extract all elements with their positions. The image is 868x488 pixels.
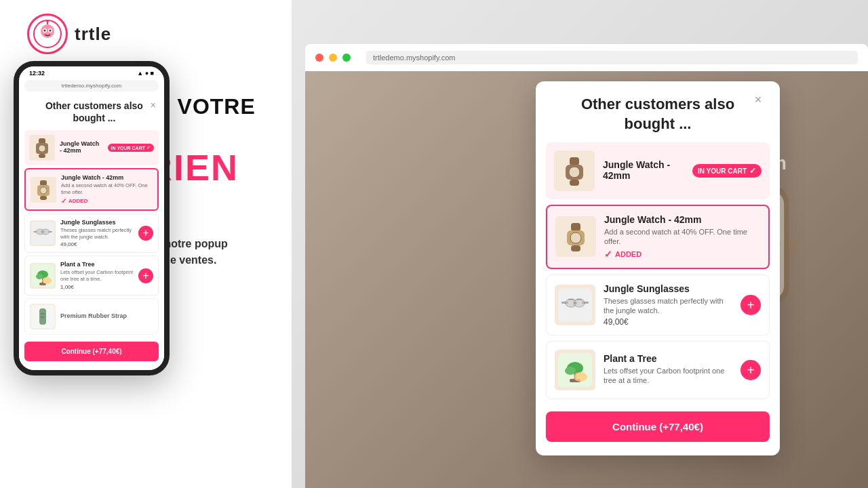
item-1-image (554, 150, 595, 191)
item-4-add-button[interactable]: + (741, 360, 761, 380)
svg-point-7 (46, 20, 49, 22)
phone-item-2-content: Jungle Watch - 42mm Add a second watch a… (61, 174, 153, 205)
item-3-price: 49,00€ (604, 317, 732, 327)
phone-item-2: Jungle Watch - 42mm Add a second watch a… (24, 168, 159, 211)
svg-rect-74 (41, 317, 45, 318)
phone-item-2-desc: Add a second watch at 40% OFF. One time … (61, 182, 153, 196)
desktop-popup[interactable]: Other customers also bought ... × Jungle… (536, 81, 780, 455)
popup-item-2: Jungle Watch - 42mm Add a second watch a… (546, 205, 770, 269)
item-4-content: Plant a Tree Lets offset your Carbon foo… (604, 353, 732, 388)
item-3-content: Jungle Sunglasses Theses glasses match p… (604, 283, 732, 327)
phone-status-bar: 12:32 ▲ ● ■ (19, 66, 164, 79)
browser-chrome: trtledemo.myshopify.com (305, 44, 868, 71)
added-badge: ✓ ADDED (604, 249, 760, 260)
item-2-title: Jungle Watch - 42mm (604, 214, 760, 225)
browser-url: trtledemo.myshopify.com (366, 51, 858, 64)
phone-item-3-add-button[interactable]: + (138, 226, 153, 241)
phone-item-5-image (30, 304, 56, 329)
svg-rect-73 (41, 313, 45, 314)
phone-url-bar: trtledemo.myshopify.com (24, 80, 159, 92)
item-3-image (555, 285, 595, 325)
item-2-desc: Add a second watch at 40% OFF. One time … (604, 227, 760, 247)
in-cart-badge: IN YOUR CART ✓ (692, 164, 762, 178)
phone-added-badge: ✓ ADDED (61, 197, 153, 205)
browser-dot-red (315, 54, 323, 62)
phone-item-4-price: 1,00€ (60, 284, 134, 290)
item-3-add-button[interactable]: + (741, 295, 761, 315)
svg-rect-26 (570, 157, 579, 165)
phone-time: 12:32 (29, 70, 45, 77)
svg-point-67 (36, 274, 43, 279)
svg-point-5 (50, 30, 52, 32)
phone-item-5: Premium Rubber Strap (24, 298, 159, 335)
svg-rect-53 (39, 154, 45, 158)
phone-item-2-image (31, 177, 56, 203)
item-3-title: Jungle Sunglasses (604, 283, 732, 294)
phone-item-3-title: Jungle Sunglasses (60, 219, 134, 226)
browser-dot-green (342, 54, 351, 62)
phone-item-4: Plant a Tree Lets offset your Carbon foo… (24, 256, 159, 296)
phone-in-cart-badge: IN YOUR CART ✓ (108, 144, 154, 152)
svg-rect-34 (571, 245, 580, 251)
phone-item-4-desc: Lets offset your Carbon footprint one tr… (60, 269, 134, 283)
phone-item-1-title: Jungle Watch - 42mm (60, 140, 103, 154)
right-area: trtledemo.myshopify.com (292, 0, 868, 488)
svg-rect-50 (39, 138, 45, 144)
svg-point-70 (42, 277, 52, 284)
item-2-content: Jungle Watch - 42mm Add a second watch a… (604, 214, 760, 260)
phone-item-3: Jungle Sunglasses Theses glasses match p… (24, 214, 159, 253)
phone-item-4-image (30, 263, 56, 289)
phone-item-1-image (29, 135, 55, 161)
popup-item-1: Jungle Watch - 42mm IN YOUR CART ✓ (546, 142, 770, 199)
svg-rect-31 (571, 223, 580, 231)
phone-item-4-title: Plant a Tree (60, 261, 134, 268)
popup-close-button[interactable]: × (750, 92, 766, 108)
popup-title: Other customers also bought ... (566, 95, 750, 134)
phone-close-button[interactable]: × (151, 100, 156, 110)
svg-point-52 (39, 145, 45, 152)
item-2-image (555, 216, 596, 257)
phone-continue-button[interactable]: Continue (+77,40€) (24, 342, 159, 361)
phone-item-1-content: Jungle Watch - 42mm (60, 140, 103, 155)
phone-item-5-content: Premium Rubber Strap (60, 312, 153, 321)
phone-popup-title: Other customers also bought ... (38, 100, 151, 124)
item-3-desc: Theses glasses match perfectly with the … (604, 296, 732, 316)
svg-point-28 (569, 167, 580, 178)
browser-dot-yellow (329, 54, 337, 62)
svg-point-4 (44, 30, 46, 32)
item-4-title: Plant a Tree (604, 353, 732, 364)
popup-item-3: Jungle Sunglasses Theses glasses match p… (546, 274, 770, 336)
phone-item-4-content: Plant a Tree Lets offset your Carbon foo… (60, 261, 134, 290)
phone-icons: ▲ ● ■ (137, 70, 154, 77)
phone-mockup: 12:32 ▲ ● ■ trtledemo.myshopify.com Othe… (14, 61, 170, 375)
svg-point-48 (574, 372, 587, 382)
item-1-title: Jungle Watch - 42mm (603, 159, 684, 181)
phone-popup-header: Other customers also bought ... × (19, 93, 164, 127)
phone-item-2-title: Jungle Watch - 42mm (61, 174, 153, 181)
desktop-continue-button[interactable]: Continue (+77,40€) (546, 411, 770, 442)
phone-popup: Other customers also bought ... × Jungle… (19, 93, 164, 370)
svg-point-57 (40, 187, 47, 194)
logo-area: trtle (27, 14, 271, 54)
phone-item-1: Jungle Watch - 42mm IN YOUR CART ✓ (24, 130, 159, 165)
logo-icon (27, 14, 68, 54)
popup-item-4: Plant a Tree Lets offset your Carbon foo… (546, 341, 770, 399)
phone-item-3-price: 49,00€ (60, 241, 134, 247)
item-1-content: Jungle Watch - 42mm (603, 159, 684, 183)
phone-item-5-title: Premium Rubber Strap (60, 312, 153, 319)
item-4-desc: Lets offset your Carbon footprint one tr… (604, 366, 732, 386)
svg-point-33 (570, 232, 581, 243)
popup-header: Other customers also bought ... × (536, 81, 780, 137)
phone-item-4-add-button[interactable]: + (138, 268, 153, 283)
svg-point-45 (565, 367, 576, 375)
svg-rect-20 (789, 238, 797, 252)
phone-item-3-desc: Theses glasses match perfectly with the … (60, 227, 134, 241)
logo-text: trtle (75, 24, 111, 45)
item-4-image (555, 350, 595, 390)
svg-rect-29 (570, 180, 579, 186)
phone-item-3-content: Jungle Sunglasses Theses glasses match p… (60, 219, 134, 248)
svg-rect-58 (40, 196, 47, 200)
phone-item-3-image (30, 220, 56, 246)
svg-rect-55 (40, 180, 47, 186)
